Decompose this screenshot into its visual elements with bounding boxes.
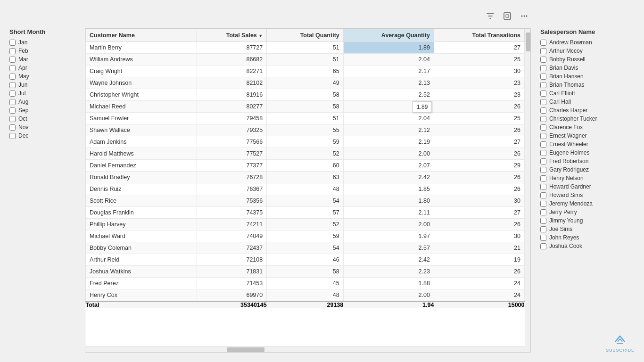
salesperson-item-carl-hall[interactable]: Carl Hall <box>540 99 635 105</box>
cell-r14-c0[interactable]: Douglas Franklin <box>86 207 197 219</box>
cell-r9-c2[interactable]: 52 <box>267 148 344 160</box>
cell-r9-c1[interactable]: 77527 <box>197 148 267 160</box>
salesperson-checkbox-ernest-wagner[interactable] <box>540 133 546 139</box>
cell-r5-c4[interactable]: 26 <box>434 101 524 113</box>
salesperson-item-eugene-holmes[interactable]: Eugene Holmes <box>540 149 635 156</box>
cell-r18-c4[interactable]: 19 <box>434 254 524 266</box>
salesperson-checkbox-christopher-tucker[interactable] <box>540 116 546 122</box>
cell-r18-c3[interactable]: 2.42 <box>343 254 434 266</box>
cell-r4-c4[interactable]: 23 <box>434 89 524 101</box>
salesperson-item-jimmy-young[interactable]: Jimmy Young <box>540 217 635 224</box>
month-item-dec[interactable]: Dec <box>9 132 75 139</box>
cell-r20-c1[interactable]: 71453 <box>197 278 267 289</box>
month-checkbox-apr[interactable] <box>9 65 16 71</box>
cell-r20-c3[interactable]: 1.88 <box>343 278 434 289</box>
cell-r14-c3[interactable]: 2.11 <box>343 207 434 219</box>
salesperson-item-henry-nelson[interactable]: Henry Nelson <box>540 175 635 181</box>
salesperson-checkbox-charles-harper[interactable] <box>540 107 546 114</box>
cell-r9-c4[interactable]: 26 <box>434 148 524 160</box>
cell-r3-c0[interactable]: Wayne Johnson <box>86 77 197 89</box>
month-item-apr[interactable]: Apr <box>9 65 75 71</box>
salesperson-item-howard-gardner[interactable]: Howard Gardner <box>540 183 635 190</box>
cell-r2-c4[interactable]: 30 <box>434 66 524 77</box>
cell-r6-c0[interactable]: Samuel Fowler <box>86 113 197 124</box>
cell-r15-c0[interactable]: Phillip Harvey <box>86 219 197 230</box>
salesperson-checkbox-henry-nelson[interactable] <box>540 175 546 181</box>
month-item-jan[interactable]: Jan <box>9 39 75 46</box>
cell-r12-c2[interactable]: 48 <box>267 183 344 195</box>
cell-r8-c1[interactable]: 77566 <box>197 136 267 148</box>
salesperson-checkbox-eugene-holmes[interactable] <box>540 150 546 156</box>
cell-r19-c3[interactable]: 2.23 <box>343 266 434 278</box>
cell-r15-c1[interactable]: 74211 <box>197 219 267 230</box>
cell-r8-c2[interactable]: 59 <box>267 136 344 148</box>
cell-r11-c2[interactable]: 63 <box>267 172 344 183</box>
cell-r13-c2[interactable]: 54 <box>267 195 344 207</box>
cell-r3-c1[interactable]: 82102 <box>197 77 267 89</box>
cell-r9-c3[interactable]: 2.00 <box>343 148 434 160</box>
cell-r14-c2[interactable]: 57 <box>267 207 344 219</box>
cell-r19-c1[interactable]: 71831 <box>197 266 267 278</box>
cell-r0-c4[interactable]: 27 <box>434 42 524 54</box>
cell-r18-c2[interactable]: 46 <box>267 254 344 266</box>
salesperson-item-gary-rodriguez[interactable]: Gary Rodriguez <box>540 166 635 173</box>
salesperson-checkbox-fred-robertson[interactable] <box>540 158 546 165</box>
cell-r8-c3[interactable]: 2.19 <box>343 136 434 148</box>
cell-r6-c3[interactable]: 2.04 <box>343 113 434 124</box>
cell-r4-c3[interactable]: 2.52 <box>343 89 434 101</box>
cell-r17-c3[interactable]: 2.57 <box>343 242 434 254</box>
expand-icon[interactable] <box>501 9 514 23</box>
cell-r0-c0[interactable]: Martin Berry <box>86 42 197 54</box>
cell-r7-c1[interactable]: 79325 <box>197 124 267 136</box>
cell-r13-c4[interactable]: 30 <box>434 195 524 207</box>
cell-r21-c4[interactable]: 24 <box>434 289 524 302</box>
salesperson-checkbox-bobby-russell[interactable] <box>540 57 546 63</box>
cell-r4-c1[interactable]: 81916 <box>197 89 267 101</box>
cell-r16-c0[interactable]: Michael Ward <box>86 230 197 242</box>
col-header-total-quantity[interactable]: Total Quantity <box>267 29 344 42</box>
salesperson-item-jeremy-mendoza[interactable]: Jeremy Mendoza <box>540 200 635 207</box>
salesperson-item-ernest-wagner[interactable]: Ernest Wagner <box>540 132 635 139</box>
month-item-aug[interactable]: Aug <box>9 99 75 105</box>
month-checkbox-jan[interactable] <box>9 40 16 46</box>
salesperson-item-brian-thomas[interactable]: Brian Thomas <box>540 82 635 88</box>
horizontal-scrollbar[interactable] <box>85 346 525 352</box>
salesperson-item-ernest-wheeler[interactable]: Ernest Wheeler <box>540 141 635 148</box>
month-checkbox-aug[interactable] <box>9 99 16 105</box>
cell-r10-c0[interactable]: Daniel Fernandez <box>86 160 197 172</box>
salesperson-checkbox-john-reyes[interactable] <box>540 235 546 241</box>
cell-r10-c3[interactable]: 2.07 <box>343 160 434 172</box>
cell-r21-c3[interactable]: 2.00 <box>343 289 434 302</box>
cell-r3-c3[interactable]: 2.13 <box>343 77 434 89</box>
salesperson-item-brian-davis[interactable]: Brian Davis <box>540 65 635 71</box>
cell-r11-c3[interactable]: 2.42 <box>343 172 434 183</box>
salesperson-checkbox-arthur-mccoy[interactable] <box>540 48 546 54</box>
cell-r1-c3[interactable]: 2.04 <box>343 54 434 66</box>
cell-r17-c0[interactable]: Bobby Coleman <box>86 242 197 254</box>
cell-r1-c1[interactable]: 86682 <box>197 54 267 66</box>
cell-r16-c3[interactable]: 1.97 <box>343 230 434 242</box>
month-item-jun[interactable]: Jun <box>9 82 75 88</box>
month-checkbox-nov[interactable] <box>9 124 16 131</box>
month-item-jul[interactable]: Jul <box>9 90 75 97</box>
cell-r6-c1[interactable]: 79458 <box>197 113 267 124</box>
cell-r20-c0[interactable]: Fred Perez <box>86 278 197 289</box>
cell-r2-c0[interactable]: Craig Wright <box>86 66 197 77</box>
cell-r16-c4[interactable]: 30 <box>434 230 524 242</box>
cell-r3-c4[interactable]: 23 <box>434 77 524 89</box>
cell-r13-c3[interactable]: 1.80 <box>343 195 434 207</box>
cell-r17-c1[interactable]: 72437 <box>197 242 267 254</box>
salesperson-checkbox-joe-sims[interactable] <box>540 226 546 232</box>
month-checkbox-jun[interactable] <box>9 82 16 88</box>
salesperson-checkbox-andrew-bowman[interactable] <box>540 40 546 46</box>
more-options-icon[interactable] <box>518 9 531 23</box>
salesperson-checkbox-howard-sims[interactable] <box>540 192 546 198</box>
salesperson-item-jerry-perry[interactable]: Jerry Perry <box>540 209 635 215</box>
month-checkbox-may[interactable] <box>9 74 16 80</box>
cell-r10-c4[interactable]: 29 <box>434 160 524 172</box>
salesperson-item-howard-sims[interactable]: Howard Sims <box>540 192 635 198</box>
cell-r5-c2[interactable]: 58 <box>267 101 344 113</box>
cell-r12-c4[interactable]: 26 <box>434 183 524 195</box>
cell-r20-c2[interactable]: 45 <box>267 278 344 289</box>
col-header-avg-quantity[interactable]: Average Quantity <box>343 29 434 42</box>
